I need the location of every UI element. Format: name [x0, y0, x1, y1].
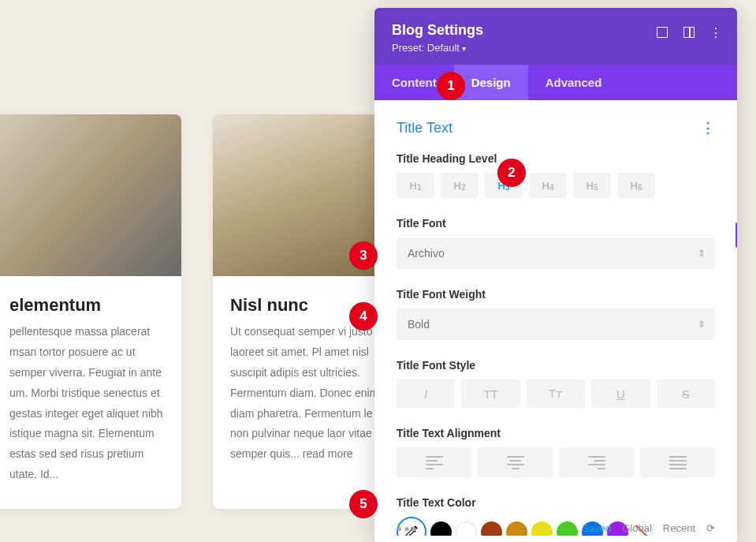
preset-dropdown[interactable]: Preset: Default — [392, 42, 720, 54]
read-more-link[interactable]: read more — [303, 447, 353, 460]
alignment-group — [397, 447, 715, 477]
swatch-set-global[interactable]: Global — [622, 522, 652, 534]
underline-button[interactable]: U — [591, 379, 650, 408]
heading-h6-button[interactable]: H6 — [617, 173, 655, 198]
blog-card: elementum pellentesque massa placerat ms… — [0, 114, 181, 509]
tab-design[interactable]: Design — [454, 65, 528, 100]
swatch-set-refresh-icon[interactable]: ⟳ — [706, 522, 715, 534]
font-style-group: I TT Tᴛ U S — [397, 379, 715, 408]
heading-h4-button[interactable]: H4 — [529, 173, 567, 198]
color-swatch-green[interactable] — [557, 521, 578, 536]
blog-settings-panel: Blog Settings Preset: Default ⋮ Content … — [374, 8, 737, 542]
select-caret-icon: ⇕ — [698, 319, 706, 330]
strikethrough-button[interactable]: S — [657, 379, 715, 408]
swatch-set-links: Saved Global Recent ⟳ — [582, 522, 715, 534]
color-swatch-black[interactable] — [430, 521, 452, 536]
card-excerpt: pellentesque massa placerat msan tortor … — [9, 322, 164, 485]
italic-button[interactable]: I — [397, 379, 455, 408]
panel-header: Blog Settings Preset: Default ⋮ — [374, 8, 737, 65]
expand-icon[interactable] — [655, 25, 669, 39]
align-justify-icon — [669, 456, 687, 469]
heading-level-group: H1 H2 H3 H4 H5 H6 — [397, 173, 715, 198]
color-swatch-yellow[interactable] — [531, 521, 553, 536]
annotation-badge-1: 1 — [437, 72, 465, 100]
card-excerpt: Ut consequat semper vi justo laoreet sit… — [230, 322, 385, 465]
font-select[interactable]: Archivo ⇕ — [397, 237, 715, 269]
section-menu-icon[interactable]: ⋮ — [701, 119, 715, 136]
smallcaps-button[interactable]: Tᴛ — [527, 379, 585, 408]
heading-h5-button[interactable]: H5 — [573, 173, 611, 198]
more-options-icon[interactable]: ●●● — [397, 523, 419, 534]
field-label-color: Title Text Color — [397, 496, 715, 509]
align-left-icon — [426, 456, 443, 469]
field-label-align: Title Text Alignment — [397, 427, 715, 439]
panel-tabs: Content Design Advanced — [374, 65, 737, 100]
align-left-button[interactable] — [397, 447, 471, 477]
heading-h1-button[interactable]: H1 — [397, 173, 434, 198]
field-label-style: Title Font Style — [397, 359, 715, 372]
field-label-weight: Title Font Weight — [397, 288, 715, 301]
kebab-menu-icon[interactable]: ⋮ — [709, 25, 723, 39]
heading-h2-button[interactable]: H2 — [441, 173, 479, 198]
field-label-font: Title Font — [397, 217, 715, 230]
tab-advanced[interactable]: Advanced — [528, 65, 620, 100]
swatch-set-recent[interactable]: Recent — [663, 522, 695, 534]
card-excerpt-text: Ut consequat semper vi justo laoreet sit… — [230, 325, 378, 460]
uppercase-button[interactable]: TT — [461, 379, 520, 408]
section-title: Title Text — [397, 120, 452, 136]
color-swatch-white[interactable] — [456, 521, 477, 536]
select-caret-icon: ⇕ — [698, 248, 706, 259]
swatch-set-saved[interactable]: Saved — [582, 522, 611, 534]
annotation-badge-5: 5 — [349, 490, 378, 518]
annotation-badge-3: 3 — [349, 241, 378, 270]
color-swatch-brown[interactable] — [481, 521, 502, 536]
layout-icon[interactable] — [682, 25, 696, 39]
weight-select-value: Bold — [408, 318, 430, 331]
field-label-heading: Title Heading Level — [397, 152, 715, 165]
font-select-value: Archivo — [408, 247, 445, 260]
align-right-icon — [588, 456, 605, 469]
align-center-button[interactable] — [478, 447, 553, 477]
annotation-badge-2: 2 — [497, 159, 526, 187]
annotation-badge-4: 4 — [349, 302, 378, 331]
align-right-button[interactable] — [559, 447, 634, 477]
color-swatch-amber[interactable] — [506, 521, 527, 536]
align-justify-button[interactable] — [640, 447, 715, 477]
align-center-icon — [507, 456, 524, 469]
weight-select[interactable]: Bold ⇕ — [397, 308, 715, 340]
card-image — [0, 114, 181, 276]
card-title: elementum — [9, 295, 164, 316]
